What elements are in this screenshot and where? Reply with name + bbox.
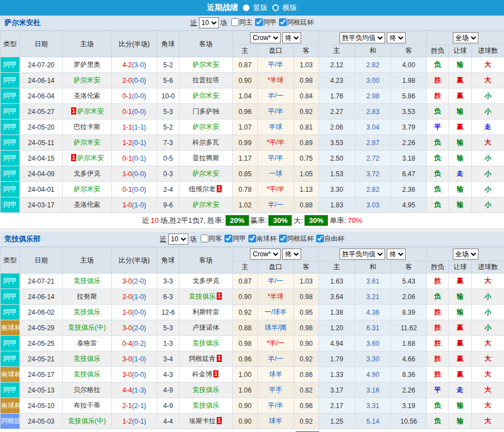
- result-winloss: 胜: [427, 88, 449, 104]
- recent-link[interactable]: 近: [191, 18, 197, 28]
- team-name-link[interactable]: 竞技俱乐部: [4, 234, 41, 244]
- checkbox-input[interactable]: [201, 235, 208, 242]
- red-card-badge: 1: [71, 154, 76, 161]
- avg-select[interactable]: 胜平负均值: [340, 249, 385, 260]
- match-score: 0-4(0-2): [112, 336, 157, 351]
- handicap-line: 一球: [258, 166, 294, 182]
- result-winloss: 胜: [427, 73, 449, 88]
- fulltime-score: 2-0: [122, 77, 132, 85]
- result-winloss: 负: [427, 151, 449, 166]
- result-handicap: 输: [449, 398, 472, 414]
- team-name: 埃斯卡拉: [189, 417, 216, 425]
- checkbox-input[interactable]: [231, 18, 239, 26]
- odds-time-select[interactable]: 终: [282, 249, 301, 260]
- col-odds-home: 主: [233, 261, 258, 274]
- bookmaker-select[interactable]: Crow*: [250, 32, 281, 43]
- handicap-line: 半/一: [258, 197, 294, 213]
- avg-time-select[interactable]: 终: [387, 249, 406, 260]
- avg-home-odds: 1.63: [319, 274, 355, 289]
- filter-checkbox-自由杯[interactable]: 自由杯: [314, 234, 345, 244]
- filter-checkbox-阿甲[interactable]: 阿甲: [253, 18, 277, 27]
- match-score: 0-1(0-1): [112, 151, 157, 166]
- summary-segment: 大:: [293, 216, 303, 226]
- handicap-home-odds: 0.90: [233, 289, 258, 305]
- result-handicap: 赢: [449, 274, 472, 289]
- result-goals: 小: [472, 197, 504, 213]
- league-badge: 阿甲: [1, 197, 20, 213]
- checkbox-label: 阿甲: [263, 18, 277, 27]
- result-winloss: 平: [427, 383, 449, 398]
- results-table: 类型 日期 主场 比分(半场) 角球 客场 Crow* 终 胜平负均值 终 全场: [0, 247, 504, 429]
- red-card-badge: 1: [217, 417, 222, 424]
- checkbox-input[interactable]: [224, 235, 232, 242]
- summary-segment: 单率:: [330, 216, 346, 226]
- league-badge: 阿甲: [1, 166, 20, 182]
- bookmaker-select[interactable]: Crow*: [250, 249, 281, 260]
- handicap-away-odds: 1.03: [294, 274, 319, 289]
- halftime-score: (0-0): [132, 186, 146, 193]
- recent-link[interactable]: 近: [160, 235, 167, 244]
- radio-selected-icon[interactable]: [243, 4, 249, 11]
- handicap-line: *半/一: [258, 336, 294, 351]
- scope-select[interactable]: 全场: [453, 32, 478, 43]
- checkbox-input[interactable]: [248, 235, 256, 242]
- odds-time-select[interactable]: 终: [282, 32, 301, 43]
- match-count-select[interactable]: 10: [199, 17, 219, 28]
- halftime-score: (1-1): [132, 123, 146, 131]
- halftime-score: (1-0): [132, 201, 146, 209]
- filter-checkbox-阿根廷杯[interactable]: 阿根廷杯: [277, 234, 314, 244]
- avg-select[interactable]: 胜平负均值: [340, 32, 385, 43]
- filter-checkbox-南球杯[interactable]: 南球杯: [246, 234, 277, 244]
- handicap-line: *半球: [258, 289, 294, 305]
- match-row: 阿甲24-03-17圣洛伦索1-0(1-0)9-6萨尔米安1.02半/一0.88…: [1, 197, 504, 213]
- result-handicap: 赢: [449, 73, 472, 88]
- away-team: 科尔多瓦: [179, 135, 233, 151]
- avg-draw-odds: 3.31: [355, 398, 391, 414]
- checkbox-input[interactable]: [316, 235, 324, 242]
- league-badge: 阿甲: [1, 383, 20, 398]
- radio-horizontal-label[interactable]: 横版: [283, 3, 297, 13]
- filter-checkbox-阿甲[interactable]: 阿甲: [222, 234, 246, 244]
- fulltime-score: 1-1: [122, 123, 132, 131]
- home-team: 泰格雷: [63, 336, 112, 351]
- handicap-home-odds: 1.02: [233, 197, 258, 213]
- result-goals: 大: [472, 414, 504, 429]
- handicap-home-odds: 0.78: [233, 182, 258, 197]
- corner-score: 2-4: [157, 182, 179, 197]
- red-card-badge: 1: [71, 107, 76, 115]
- match-row: 阿甲24-06-14拉努斯2-0(1-0)6-3竞技俱乐10.90*半球0.98…: [1, 289, 504, 305]
- scope-select[interactable]: 全场: [453, 249, 478, 260]
- summary-bar: 近10场,胜6平1负3, 胜率:60% 赢率:50% 大: 70% 单率:70%: [0, 429, 504, 432]
- checkbox-input[interactable]: [279, 235, 287, 242]
- team-name: 阿根廷青: [189, 355, 216, 363]
- radio-unselected-icon[interactable]: [272, 4, 279, 11]
- result-winloss: 胜: [427, 305, 449, 320]
- match-date: 24-06-14: [20, 289, 63, 305]
- results-table: 类型 日期 主场 比分(半场) 角球 客场 Crow* 终 胜平负均值 终 全场: [0, 31, 504, 213]
- filter-checkbox-同主[interactable]: 同主: [229, 18, 253, 27]
- avg-away-odds: 6.47: [391, 166, 427, 182]
- result-handicap: 输: [449, 289, 472, 305]
- filter-checkbox-同客[interactable]: 同客: [198, 234, 222, 244]
- checkbox-input[interactable]: [279, 18, 287, 26]
- fulltime-score: 1-0: [122, 201, 132, 209]
- result-handicap: 赢: [449, 320, 472, 336]
- filter-checkbox-阿根廷杯[interactable]: 阿根廷杯: [277, 18, 314, 27]
- match-row: 阿甲24-05-21竞技俱乐3-0(1-0)3-4阿根廷青10.96半/一0.9…: [1, 351, 504, 367]
- handicap-away-odds: 0.98: [294, 320, 319, 336]
- team-name: 萨尔米安: [74, 138, 101, 146]
- radio-vertical-label[interactable]: 竖版: [253, 3, 268, 13]
- handicap-away-odds: 1.05: [294, 166, 319, 182]
- result-goals: 小: [472, 305, 504, 320]
- avg-time-select[interactable]: 终: [387, 32, 406, 43]
- team-name-link[interactable]: 萨尔米安杜: [4, 18, 41, 28]
- match-count-select[interactable]: 10: [168, 234, 188, 245]
- corner-score: 9-6: [157, 197, 179, 213]
- result-goals: 大: [472, 57, 504, 73]
- checkbox-input[interactable]: [255, 18, 263, 26]
- matches-label: 场: [190, 235, 197, 244]
- handicap-home-odds: 0.90: [233, 414, 258, 429]
- league-badge: 阿甲: [1, 274, 20, 289]
- corner-score: 5-2: [157, 57, 179, 73]
- result-handicap: 走: [449, 383, 472, 398]
